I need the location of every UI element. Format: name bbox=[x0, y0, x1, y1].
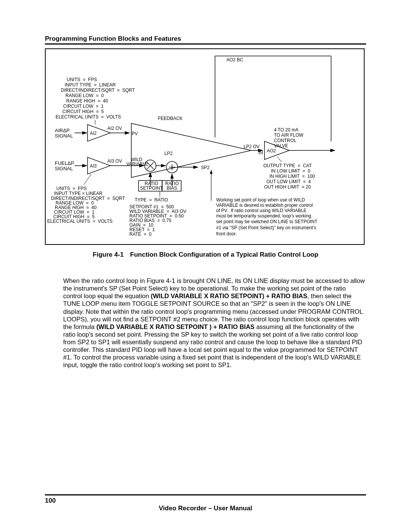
lp2-label: LP2 bbox=[164, 151, 173, 156]
footer-rule bbox=[45, 494, 366, 495]
note-l6: #1 via "SP (Set Point Select)" key on in… bbox=[216, 225, 316, 230]
fuel-signal-l2: SIGNAL bbox=[55, 166, 73, 171]
pv-label: PV bbox=[132, 131, 138, 136]
ai2-cfg-l1: UNITS = FPS bbox=[67, 77, 97, 82]
lp2-cfg-l1: TYPE = RATIO bbox=[135, 197, 168, 203]
ao2-cfg-l5: OUT HIGH LIMIT = 20 bbox=[264, 184, 311, 190]
figure-diagram: AO2 BC UNITS = FPS INPUT TYPE = LINEAR D… bbox=[45, 48, 365, 245]
note-l5: set point may be switched ON LINE to SET… bbox=[216, 219, 318, 224]
note-l4: must be temporarily suspended, loop's wo… bbox=[216, 213, 311, 219]
body-paragraph: When the ratio control loop in Figure 4-… bbox=[63, 277, 366, 369]
section-title: Programming Function Blocks and Features bbox=[45, 35, 366, 43]
svg-marker-6 bbox=[131, 123, 251, 177]
ao2-cfg-l3: IN HIGH LIMIT = 100 bbox=[269, 174, 315, 179]
page-number: 100 bbox=[45, 497, 56, 505]
out-l4: VALVE bbox=[274, 143, 288, 149]
ai3-cfg-l2: INPUT TYPE = LINEAR bbox=[54, 191, 103, 196]
page-footer: 100 Video Recorder – User Manual bbox=[45, 494, 366, 505]
note-l3: of PV. If ratio control using WILD VARIA… bbox=[216, 208, 306, 213]
ai2-cfg-l8: ELECTRICAL UNITS = VOLTS bbox=[56, 114, 121, 120]
ai2-cfg-l6: CIRCUIT LOW = 1 bbox=[63, 104, 104, 109]
header-rule bbox=[45, 43, 366, 45]
ai2-cfg-l5: RANGE HIGH = 40 bbox=[66, 98, 108, 104]
note-l1: Working set point of loop when use of WI… bbox=[216, 197, 305, 203]
label-ao2-bc: AO2 BC bbox=[226, 57, 243, 62]
body-p1d: (WILD VARIABLE X RATIO SETPOINT ) + RATI… bbox=[96, 323, 255, 330]
out-l1: 4 TO 20 mA bbox=[274, 127, 298, 133]
note-l2: VARIABLE is desired to establish proper … bbox=[216, 203, 313, 208]
note-l7: front door. bbox=[216, 231, 237, 236]
footer-doc-title: Video Recorder – User Manual bbox=[45, 505, 366, 512]
ai2-cfg-l7: CIRCUIT HIGH = 5 bbox=[62, 109, 104, 114]
ratio-bias-l2: BIAS bbox=[167, 185, 177, 191]
out-l2: TO AIR FLOW bbox=[274, 133, 304, 138]
ai2-name: AI2 bbox=[90, 131, 97, 136]
feedback-label: FEEDBACK bbox=[158, 116, 183, 121]
ao2-cfg-l1: OUTPUT TYPE = CAT bbox=[263, 163, 312, 168]
ao2-name: AO2 bbox=[267, 148, 276, 153]
ao2-cfg-l4: OUT LOW LIMIT = 4 bbox=[266, 179, 311, 184]
sp2-label: SP2 bbox=[201, 165, 210, 170]
lp2-cfg-l8: RATE = 0 bbox=[129, 232, 151, 237]
ai2-cfg-l4: RANGE LOW = 0 bbox=[65, 93, 104, 98]
svg-line-29 bbox=[277, 157, 282, 162]
figure-caption: Figure 4-1 Function Block Configuration … bbox=[45, 251, 366, 259]
ai2-cfg-l3: DIRECT/INDIRECT/SQRT = SQRT bbox=[61, 88, 135, 93]
air-signal-l2: SIGNAL bbox=[55, 133, 73, 139]
ao2-cfg-l2: IN LOW LIMIT = 0 bbox=[271, 168, 311, 174]
ratio-setpoint-l2: SETPOINT bbox=[140, 185, 163, 191]
fuel-signal-l1: FUELΔP bbox=[55, 160, 74, 166]
ai3-cfg-l1: UNITS = FPS bbox=[56, 186, 87, 191]
ai3-cfg-l8: ELECTRICAL UNITS = VOLTS bbox=[47, 219, 113, 224]
ai3-ov-label: AI3 OV bbox=[107, 158, 122, 164]
svg-line-27 bbox=[84, 174, 91, 185]
ai2-ov-label: AI2 OV bbox=[107, 126, 122, 131]
body-p1b: (WILD VARIABLE X RATIO SETPOINT) + RATIO… bbox=[151, 292, 307, 299]
out-l3: CONTROL bbox=[274, 138, 296, 143]
ao2-in-label: IN bbox=[258, 150, 263, 155]
air-signal-l1: AIRΔP bbox=[55, 128, 70, 133]
ai2-cfg-l2: INPUT TYPE = LINEAR bbox=[65, 82, 116, 88]
lp2-ov-label: LP2 OV bbox=[244, 144, 260, 149]
ai3-name: AI3 bbox=[90, 163, 97, 169]
